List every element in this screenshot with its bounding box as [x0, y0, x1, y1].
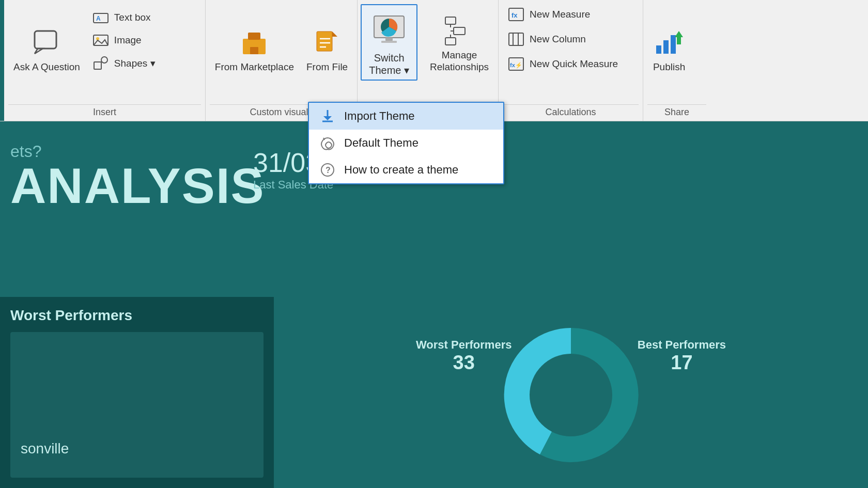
share-section-label: Share	[647, 104, 706, 121]
manage-relationships-label: ManageRelationships	[430, 50, 489, 73]
import-theme-label: Import Theme	[344, 109, 415, 123]
donut-svg	[493, 318, 648, 473]
svg-rect-6	[94, 62, 101, 69]
ribbon-section-share: Publish Share	[643, 0, 710, 121]
insert-small-buttons: A Text box Image	[87, 4, 201, 74]
bottom-section: Worst Performers sonville Worst	[0, 297, 868, 488]
share-items: Publish	[647, 0, 706, 102]
publish-label: Publish	[653, 61, 685, 73]
insert-items: Ask A Question A Text box	[8, 0, 201, 102]
import-theme-icon	[319, 108, 336, 124]
default-theme-item[interactable]: Default Theme	[309, 130, 503, 156]
switch-theme-label: SwitchTheme ▾	[369, 52, 409, 76]
shapes-icon	[91, 54, 110, 72]
publish-icon	[653, 26, 686, 59]
image-button[interactable]: Image	[87, 29, 201, 52]
chart-left: Worst Performers sonville	[0, 297, 274, 488]
svg-rect-35	[671, 35, 676, 54]
from-file-label: From File	[306, 61, 348, 73]
best-performers-label: Best Performers	[638, 338, 726, 352]
ask-question-icon	[30, 26, 63, 59]
analysis-title: ANALYSIS	[10, 161, 265, 211]
new-quick-measure-label: New Quick Measure	[530, 58, 618, 70]
new-column-label: New Column	[530, 34, 586, 45]
svg-text:?: ?	[326, 166, 331, 175]
worst-performers-value: 33	[416, 352, 512, 374]
worst-performers-label-group: Worst Performers 33	[416, 338, 512, 374]
svg-marker-12	[332, 32, 337, 37]
svg-rect-33	[656, 45, 661, 54]
relationships-items: ManageRelationships	[425, 0, 494, 113]
worst-performers-label: Worst Performers	[416, 338, 512, 352]
best-performers-value: 17	[638, 352, 726, 374]
svg-marker-36	[675, 31, 683, 44]
how-to-create-icon: ?	[319, 162, 336, 178]
chart-left-title: Worst Performers	[10, 307, 264, 324]
text-box-label: Text box	[114, 12, 151, 23]
from-file-icon	[311, 26, 344, 59]
text-box-button[interactable]: A Text box	[87, 6, 201, 29]
new-quick-measure-icon: fx⚡	[507, 55, 525, 73]
svg-rect-21	[454, 27, 465, 35]
default-theme-icon	[319, 135, 336, 151]
calculations-items: fx New Measure New Column	[503, 0, 639, 102]
image-label: Image	[114, 35, 142, 46]
new-column-icon	[507, 30, 525, 49]
svg-rect-4	[94, 35, 108, 45]
svg-rect-19	[381, 41, 397, 43]
manage-relationships-button[interactable]: ManageRelationships	[425, 4, 494, 76]
switch-theme-button[interactable]: SwitchTheme ▾	[361, 4, 417, 81]
svg-text:A: A	[96, 15, 101, 22]
shapes-label: Shapes ▾	[114, 57, 156, 69]
from-marketplace-icon	[238, 26, 271, 59]
image-icon	[91, 31, 110, 50]
content-left: ets? ANALYSIS	[10, 142, 265, 211]
ask-question-button[interactable]: Ask A Question	[8, 4, 85, 76]
svg-marker-38	[323, 116, 332, 120]
import-theme-item[interactable]: Import Theme	[309, 103, 503, 130]
svg-rect-9	[248, 33, 260, 40]
text-box-icon: A	[91, 8, 110, 27]
default-theme-label: Default Theme	[344, 136, 419, 150]
new-column-button[interactable]: New Column	[503, 28, 637, 51]
custom-visuals-items: From Marketplace From File	[210, 0, 353, 102]
svg-rect-22	[445, 38, 456, 45]
svg-point-7	[101, 57, 107, 63]
ask-question-label: Ask A Question	[13, 61, 80, 73]
new-quick-measure-button[interactable]: fx⚡ New Quick Measure	[503, 53, 637, 75]
city-label: sonville	[21, 440, 69, 457]
svg-rect-0	[35, 31, 56, 49]
switch-theme-dropdown: Import Theme Default Theme ? How to crea…	[308, 102, 504, 184]
from-marketplace-label: From Marketplace	[215, 61, 294, 73]
chart-right: Worst Performers 33 Best Performers 17	[274, 297, 868, 488]
best-performers-label-group: Best Performers 17	[638, 338, 726, 374]
svg-rect-20	[445, 17, 456, 24]
new-measure-icon: fx	[507, 5, 525, 24]
switch-theme-icon	[370, 12, 408, 50]
new-measure-label: New Measure	[530, 9, 590, 20]
svg-rect-10	[250, 47, 258, 54]
new-measure-button[interactable]: fx New Measure	[503, 3, 637, 26]
publish-button[interactable]: Publish	[647, 4, 691, 76]
svg-point-42	[530, 354, 612, 436]
ribbon-left-edge	[0, 0, 4, 121]
chart-bar-area: sonville	[10, 332, 264, 478]
donut-chart-area: Worst Performers 33 Best Performers 17	[416, 318, 726, 473]
calculations-section-label: Calculations	[503, 104, 639, 121]
how-to-create-label: How to create a theme	[344, 163, 458, 177]
svg-text:fx: fx	[512, 11, 518, 19]
svg-rect-34	[663, 40, 669, 54]
how-to-create-item[interactable]: ? How to create a theme	[309, 156, 503, 183]
insert-section-label: Insert	[8, 104, 201, 121]
ribbon-section-calculations: fx New Measure New Column	[499, 0, 643, 121]
svg-rect-18	[385, 38, 393, 41]
ribbon-section-insert: Ask A Question A Text box	[4, 0, 206, 121]
from-file-button[interactable]: From File	[301, 4, 353, 76]
manage-relationships-icon	[443, 14, 476, 48]
shapes-button[interactable]: Shapes ▾	[87, 52, 201, 74]
svg-text:fx⚡: fx⚡	[510, 61, 522, 69]
svg-rect-11	[317, 32, 332, 51]
from-marketplace-button[interactable]: From Marketplace	[210, 4, 299, 76]
svg-rect-28	[509, 33, 523, 45]
